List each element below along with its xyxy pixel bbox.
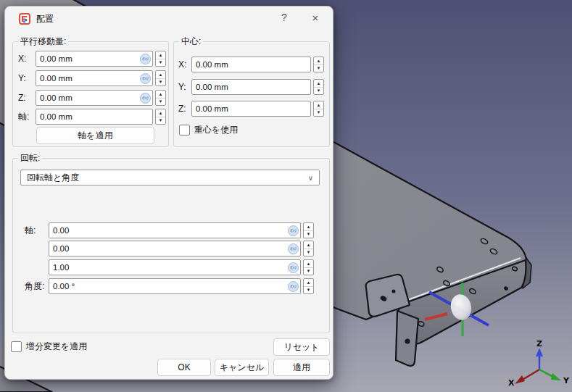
- expression-icon[interactable]: f(x): [140, 93, 151, 104]
- spin-up-icon[interactable]: ▲: [304, 260, 313, 267]
- translation-y-spinner[interactable]: ▲ ▼: [155, 70, 166, 86]
- center-z-label: Z:: [178, 104, 191, 114]
- spin-up-icon[interactable]: ▲: [156, 109, 165, 117]
- center-x-spinner[interactable]: ▲ ▼: [313, 57, 324, 72]
- rotation-mode-dropdown[interactable]: 回転軸と角度 ∨: [20, 170, 320, 185]
- translation-axial-row: 軸: 0.00 mm ▲ ▼: [18, 109, 166, 125]
- translation-z-input[interactable]: 0.00 mm f(x): [36, 90, 153, 106]
- translation-axial-label: 軸:: [18, 111, 36, 123]
- translation-group-label: 平行移動量:: [18, 36, 68, 48]
- freecad-window: Z X Y 配置 ? × 平行移動量: X: 0.00 mm f(x): [0, 0, 572, 392]
- translation-axial-spinner[interactable]: ▲ ▼: [155, 109, 166, 125]
- rotation-axis-x-input[interactable]: 0.00 f(x): [49, 222, 301, 238]
- rotation-axis-y-row: 0.00 f(x) ▲ ▼: [49, 241, 314, 257]
- translation-y-label: Y:: [18, 73, 36, 83]
- use-center-of-mass-row: 重心を使用: [179, 124, 238, 136]
- spin-down-icon[interactable]: ▼: [156, 78, 165, 86]
- spin-up-icon[interactable]: ▲: [156, 71, 165, 78]
- chevron-down-icon: ∨: [308, 174, 313, 182]
- center-x-input[interactable]: 0.00 mm: [191, 57, 311, 72]
- spin-up-icon[interactable]: ▲: [304, 223, 313, 230]
- reset-button[interactable]: リセット: [273, 338, 330, 356]
- spin-down-icon[interactable]: ▼: [304, 267, 313, 275]
- center-z-spinner[interactable]: ▲ ▼: [313, 101, 324, 117]
- spin-up-icon[interactable]: ▲: [156, 91, 165, 98]
- close-button[interactable]: ×: [304, 9, 327, 26]
- spin-up-icon[interactable]: ▲: [314, 101, 323, 109]
- translation-y-row: Y: 0.00 mm f(x) ▲ ▼: [18, 70, 166, 86]
- spin-up-icon[interactable]: ▲: [314, 80, 323, 87]
- translation-z-row: Z: 0.00 mm f(x) ▲ ▼: [18, 90, 166, 106]
- translation-z-spinner[interactable]: ▲ ▼: [155, 90, 166, 106]
- apply-axial-button[interactable]: 軸を適用: [36, 127, 154, 144]
- use-center-of-mass-label: 重心を使用: [194, 124, 238, 136]
- rotation-axis-z-input[interactable]: 1.00 f(x): [49, 259, 301, 275]
- incremental-change-checkbox[interactable]: [11, 341, 22, 352]
- rotation-angle-row: 角度: 0.00 ° f(x) ▲ ▼: [25, 278, 314, 294]
- center-group-label: 中心:: [179, 36, 203, 48]
- ok-button[interactable]: OK: [157, 359, 211, 376]
- translation-x-label: X:: [18, 54, 36, 64]
- translation-x-input[interactable]: 0.00 mm f(x): [36, 51, 153, 67]
- rotation-axis-z-spinner[interactable]: ▲ ▼: [303, 259, 314, 275]
- center-z-row: Z: 0.00 mm ▲ ▼: [178, 101, 324, 117]
- expression-icon[interactable]: f(x): [288, 225, 299, 236]
- translation-x-row: X: 0.00 mm f(x) ▲ ▼: [18, 51, 166, 67]
- center-x-row: X: 0.00 mm ▲ ▼: [178, 57, 324, 72]
- incremental-change-row: 増分変更を適用: [11, 341, 87, 353]
- spin-up-icon[interactable]: ▲: [304, 279, 313, 286]
- center-z-input[interactable]: 0.00 mm: [191, 101, 311, 117]
- rotation-axis-z-row: 1.00 f(x) ▲ ▼: [49, 259, 314, 275]
- spin-down-icon[interactable]: ▼: [156, 117, 165, 125]
- help-button[interactable]: ?: [273, 9, 296, 26]
- use-center-of-mass-checkbox[interactable]: [179, 125, 190, 135]
- spin-up-icon[interactable]: ▲: [314, 57, 323, 64]
- spin-down-icon[interactable]: ▼: [314, 64, 323, 72]
- translation-y-input[interactable]: 0.00 mm f(x): [36, 70, 153, 86]
- expression-icon[interactable]: f(x): [288, 281, 299, 292]
- center-y-row: Y: 0.00 mm ▲ ▼: [178, 79, 324, 95]
- translation-axial-input[interactable]: 0.00 mm: [36, 109, 153, 125]
- spin-down-icon[interactable]: ▼: [156, 59, 165, 67]
- apply-button[interactable]: 適用: [273, 359, 330, 376]
- rotation-axis-label: 軸:: [25, 225, 49, 237]
- part-flange-lower: [396, 311, 418, 366]
- rotation-angle-label: 角度:: [25, 280, 49, 293]
- translation-z-label: Z:: [18, 93, 36, 103]
- spin-up-icon[interactable]: ▲: [304, 241, 313, 249]
- dialog-title: 配置: [36, 13, 54, 25]
- cancel-button[interactable]: キャンセル: [215, 359, 269, 376]
- rotation-axis-y-spinner[interactable]: ▲ ▼: [303, 241, 314, 257]
- center-y-input[interactable]: 0.00 mm: [191, 79, 311, 95]
- center-y-spinner[interactable]: ▲ ▼: [313, 79, 324, 95]
- rotation-angle-spinner[interactable]: ▲ ▼: [303, 278, 314, 294]
- rotation-axis-x-row: 軸: 0.00 f(x) ▲ ▼: [25, 222, 314, 238]
- dialog-titlebar[interactable]: 配置 ? ×: [5, 7, 333, 28]
- spin-down-icon[interactable]: ▼: [304, 286, 313, 294]
- rotation-angle-input[interactable]: 0.00 ° f(x): [49, 278, 301, 294]
- rotation-axis-y-input[interactable]: 0.00 f(x): [49, 241, 301, 257]
- spin-up-icon[interactable]: ▲: [156, 51, 165, 59]
- spin-down-icon[interactable]: ▼: [156, 98, 165, 106]
- translation-x-spinner[interactable]: ▲ ▼: [155, 51, 166, 67]
- rotation-group-label: 回転:: [18, 152, 42, 164]
- axis-y-label: Y: [563, 376, 570, 385]
- rotation-axis-x-spinner[interactable]: ▲ ▼: [303, 222, 314, 238]
- freecad-app-icon: [19, 13, 30, 25]
- expression-icon[interactable]: f(x): [140, 54, 151, 64]
- spin-down-icon[interactable]: ▼: [314, 109, 323, 117]
- expression-icon[interactable]: f(x): [288, 262, 299, 273]
- center-x-label: X:: [178, 59, 191, 70]
- axis-x-label: X: [508, 378, 515, 388]
- placement-dialog: 配置 ? × 平行移動量: X: 0.00 mm f(x) ▲ ▼ Y: 0.0…: [4, 6, 333, 380]
- spin-down-icon[interactable]: ▼: [304, 230, 313, 238]
- center-y-label: Y:: [178, 82, 191, 92]
- spin-down-icon[interactable]: ▼: [314, 87, 323, 95]
- axis-z-label: Z: [536, 339, 542, 349]
- incremental-change-label: 増分変更を適用: [26, 341, 87, 353]
- expression-icon[interactable]: f(x): [140, 73, 151, 84]
- spin-down-icon[interactable]: ▼: [304, 249, 313, 257]
- expression-icon[interactable]: f(x): [288, 243, 299, 254]
